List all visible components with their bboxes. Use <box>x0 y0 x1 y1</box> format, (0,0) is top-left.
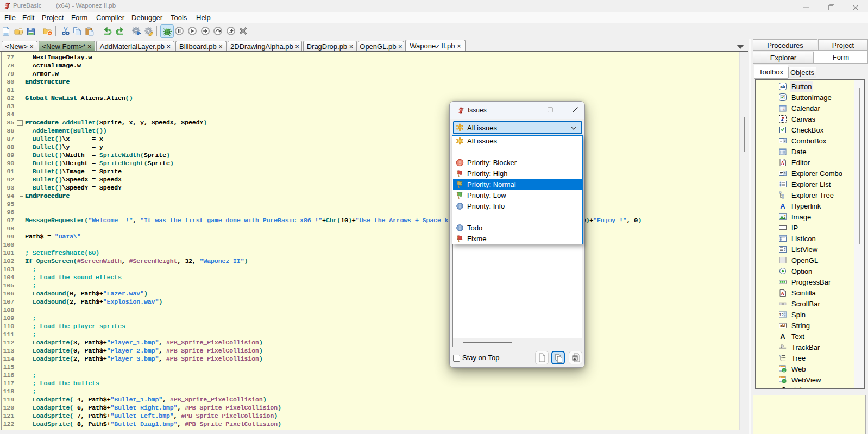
svg-text:A: A <box>781 291 784 296</box>
svg-text:abl: abl <box>780 324 785 328</box>
svg-text:A: A <box>780 202 785 210</box>
svg-text:ab: ab <box>780 84 785 89</box>
svg-text:A: A <box>780 332 785 340</box>
svg-text:...: ... <box>781 226 784 230</box>
svg-text:A: A <box>781 160 784 166</box>
svg-text:12: 12 <box>779 312 783 317</box>
